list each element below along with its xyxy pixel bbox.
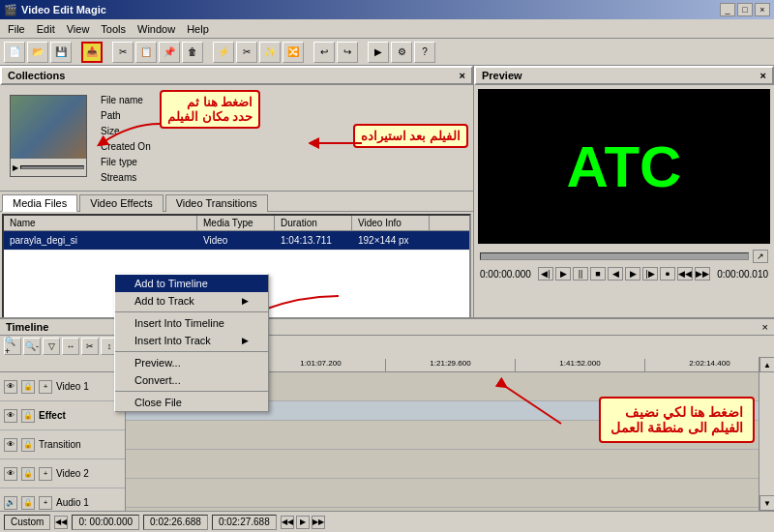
preview-progress-slider[interactable] bbox=[480, 252, 749, 260]
track-expand-icon[interactable]: + bbox=[39, 380, 52, 394]
track-eye-icon-3[interactable]: 👁 bbox=[4, 438, 17, 452]
collections-top: ▶ File name Path Size Created On File ty… bbox=[0, 85, 473, 192]
ctx-insert-into-track[interactable]: Insert Into Track ▶ bbox=[115, 332, 268, 349]
track-eye-icon-2[interactable]: 👁 bbox=[4, 409, 17, 423]
cut-button[interactable]: ✂ bbox=[112, 42, 134, 63]
col-type: Media Type bbox=[197, 216, 275, 230]
track-lock-icon[interactable]: 🔒 bbox=[21, 380, 35, 394]
new-button[interactable]: 📄 bbox=[4, 42, 25, 63]
delete-button[interactable]: 🗑 bbox=[182, 42, 203, 63]
menu-view[interactable]: View bbox=[61, 21, 96, 37]
status-playback-controls[interactable]: ◀◀ ▶ ▶▶ bbox=[281, 516, 325, 529]
ctx-close-file[interactable]: Close File bbox=[115, 394, 268, 411]
ctx-insert-into-timeline[interactable]: Insert Into Timeline bbox=[115, 314, 268, 332]
menu-file[interactable]: File bbox=[2, 21, 31, 37]
trim-button[interactable]: ✂ bbox=[236, 42, 257, 63]
track-eye-icon-4[interactable]: 👁 bbox=[4, 467, 17, 481]
play-button[interactable]: ▶ bbox=[555, 267, 571, 281]
open-button[interactable]: 📂 bbox=[27, 42, 48, 63]
preview-close-icon[interactable]: × bbox=[760, 70, 766, 81]
ctx-separator-2 bbox=[115, 351, 268, 352]
ruler-mark-2: 1:01:07.200 bbox=[255, 359, 385, 371]
app-icon: 🎬 bbox=[4, 4, 17, 16]
col-duration: Duration bbox=[275, 216, 352, 230]
settings-button[interactable]: ⚙ bbox=[391, 42, 412, 63]
track-label-effect: 👁 🔒 Effect bbox=[0, 401, 125, 430]
timeline-tool-1[interactable]: ↔ bbox=[62, 338, 79, 355]
track-lock-icon-2[interactable]: 🔒 bbox=[21, 409, 35, 423]
ctx-add-to-track[interactable]: Add to Track ▶ bbox=[115, 292, 268, 310]
playback-controls[interactable]: ◀| ▶ || ■ ◀ ▶ |▶ ● ◀◀ ▶▶ bbox=[538, 267, 710, 281]
redo-button[interactable]: ↪ bbox=[337, 42, 358, 63]
track-expand-icon-3[interactable]: + bbox=[39, 496, 52, 510]
zoom-out-button[interactable]: 🔍- bbox=[23, 338, 41, 355]
help-icon-button[interactable]: ? bbox=[414, 42, 435, 63]
record-button[interactable]: ● bbox=[660, 267, 675, 281]
audio1-track-row[interactable] bbox=[126, 479, 774, 508]
tab-video-effects[interactable]: Video Effects bbox=[79, 194, 163, 212]
split-button[interactable]: ⚡ bbox=[213, 42, 234, 63]
track-expand-icon-2[interactable]: + bbox=[39, 467, 52, 481]
import-button[interactable]: 📥 bbox=[81, 42, 103, 63]
preview-controls[interactable]: ↗ bbox=[474, 248, 774, 265]
skip-forward-button[interactable]: |▶ bbox=[642, 267, 658, 281]
v-scrollbar[interactable]: ▲ ▼ bbox=[759, 357, 774, 511]
track-lock-icon-4[interactable]: 🔒 bbox=[21, 467, 35, 481]
status-prev-btn[interactable]: ◀◀ bbox=[54, 516, 68, 529]
skip-back-button[interactable]: ◀| bbox=[538, 267, 553, 281]
close-button[interactable]: × bbox=[755, 3, 770, 16]
ctx-preview[interactable]: Preview... bbox=[115, 354, 268, 371]
status-stop-btn[interactable]: ▶ bbox=[296, 516, 310, 529]
app-title: 🎬 Video Edit Magic bbox=[4, 4, 106, 16]
window-controls[interactable]: _ □ × bbox=[720, 3, 770, 16]
menu-tools[interactable]: Tools bbox=[95, 21, 132, 37]
copy-button[interactable]: 📋 bbox=[135, 42, 157, 63]
thumb-play-icon[interactable]: ▶ bbox=[13, 163, 18, 172]
step-forward-button[interactable]: ▶ bbox=[625, 267, 640, 281]
undo-button[interactable]: ↩ bbox=[313, 42, 335, 63]
thumbnail-controls: ▶ bbox=[11, 159, 86, 176]
track-lock-icon-5[interactable]: 🔒 bbox=[21, 496, 35, 510]
zoom-in-button[interactable]: 🔍+ bbox=[4, 338, 21, 355]
top-annotation-bubble: اضغط هنا ثم حدد مكان الفيلم bbox=[160, 90, 260, 129]
right-arrow bbox=[309, 133, 367, 153]
status-controls[interactable]: ◀◀ bbox=[54, 516, 68, 529]
collections-close-icon[interactable]: × bbox=[460, 70, 465, 81]
stop-button[interactable]: ■ bbox=[590, 267, 606, 281]
col-info: Video Info bbox=[352, 216, 430, 230]
status-play-btn[interactable]: ◀◀ bbox=[281, 516, 294, 529]
track-eye-icon[interactable]: 👁 bbox=[4, 380, 17, 394]
scroll-up-btn[interactable]: ▲ bbox=[759, 357, 774, 372]
pause-button[interactable]: || bbox=[573, 267, 588, 281]
table-row[interactable]: parayla_degi_si Video 1:04:13.711 192×14… bbox=[4, 231, 469, 251]
ctx-add-to-timeline[interactable]: Add to Timeline bbox=[115, 275, 268, 292]
menu-window[interactable]: Window bbox=[132, 21, 181, 37]
status-fwd-btn[interactable]: ▶▶ bbox=[312, 516, 325, 529]
paste-button[interactable]: 📌 bbox=[159, 42, 180, 63]
save-button[interactable]: 💾 bbox=[50, 42, 72, 63]
filter-button[interactable]: ▽ bbox=[43, 338, 60, 355]
video2-track-row[interactable] bbox=[126, 450, 774, 479]
preview-export-button[interactable]: ↗ bbox=[753, 250, 768, 263]
fast-forward-button[interactable]: ▶▶ bbox=[695, 267, 710, 281]
ctx-convert[interactable]: Convert... bbox=[115, 371, 268, 389]
render-button[interactable]: ▶ bbox=[368, 42, 389, 63]
menu-help[interactable]: Help bbox=[181, 21, 215, 37]
right-annotation-bubble: الفيلم بعد استيراده bbox=[353, 124, 468, 148]
tab-video-transitions[interactable]: Video Transitions bbox=[165, 194, 268, 212]
track-lock-icon-3[interactable]: 🔒 bbox=[21, 438, 35, 452]
submenu-arrow-icon-2: ▶ bbox=[242, 336, 249, 345]
menu-bar: File Edit View Tools Window Help bbox=[0, 19, 774, 39]
minimize-button[interactable]: _ bbox=[720, 3, 735, 16]
scroll-down-btn[interactable]: ▼ bbox=[759, 495, 774, 511]
timeline-tool-2[interactable]: ✂ bbox=[81, 338, 99, 355]
track-eye-icon-5[interactable]: 🔊 bbox=[4, 496, 17, 510]
step-back-button[interactable]: ◀ bbox=[608, 267, 623, 281]
maximize-button[interactable]: □ bbox=[737, 3, 753, 16]
rewind-button[interactable]: ◀◀ bbox=[677, 267, 693, 281]
timeline-close-icon[interactable]: × bbox=[762, 321, 768, 333]
tab-media-files[interactable]: Media Files bbox=[2, 194, 77, 212]
transition-button[interactable]: 🔀 bbox=[283, 42, 304, 63]
menu-edit[interactable]: Edit bbox=[31, 21, 61, 37]
effect-button[interactable]: ✨ bbox=[259, 42, 281, 63]
